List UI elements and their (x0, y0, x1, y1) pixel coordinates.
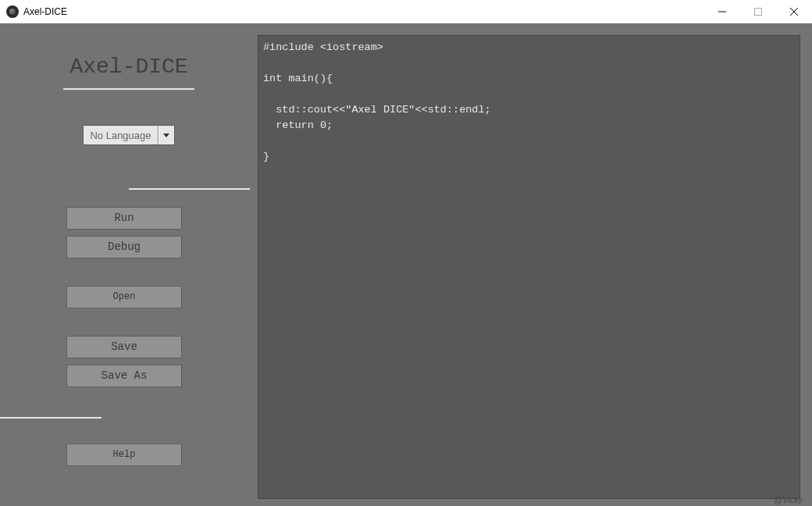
title-underline (63, 88, 194, 90)
maximize-button[interactable] (740, 0, 776, 23)
save-button[interactable]: Save (66, 336, 182, 358)
app-icon (6, 5, 19, 18)
dropdown-arrow-icon (158, 126, 174, 144)
window-title: Axel-DICE (23, 6, 67, 17)
divider (129, 188, 250, 190)
editor-area: #include <iostream> int main(){ std::cou… (258, 23, 812, 506)
run-button[interactable]: Run (66, 207, 182, 230)
code-editor[interactable]: #include <iostream> int main(){ std::cou… (258, 35, 800, 499)
language-select[interactable]: No Language (83, 125, 174, 145)
app-title: Axel-DICE (0, 35, 258, 88)
titlebar: Axel-DICE (0, 0, 812, 23)
open-button[interactable]: Open (66, 286, 182, 308)
close-button[interactable] (776, 0, 812, 23)
sidebar: Axel-DICE No Language Run Debug Open Sav… (0, 23, 258, 506)
svg-rect-1 (755, 8, 762, 15)
language-select-value: No Language (84, 126, 158, 144)
debug-button[interactable]: Debug (66, 236, 182, 258)
help-button[interactable]: Help (66, 444, 182, 466)
divider-left (0, 417, 102, 419)
save-as-button[interactable]: Save As (66, 365, 182, 387)
window-controls (704, 0, 812, 23)
app-container: Axel-DICE No Language Run Debug Open Sav… (0, 23, 812, 506)
minimize-button[interactable] (704, 0, 740, 23)
watermark: @Vicky (774, 495, 803, 504)
